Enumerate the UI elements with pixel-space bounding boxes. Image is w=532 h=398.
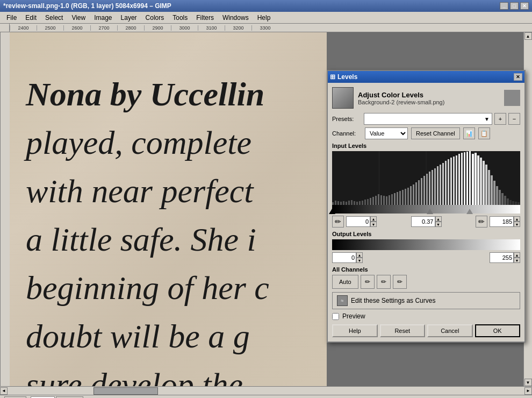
close-btn[interactable]: ✕ <box>520 2 529 10</box>
canvas-line-3: with near perfect <box>26 172 254 210</box>
h-scrollbar[interactable]: ◄ ► <box>0 386 532 395</box>
output-white-up[interactable]: ▲ <box>514 252 520 258</box>
input-gradient-bar[interactable] <box>332 205 520 214</box>
levels-titlebar[interactable]: ⊞ Levels ✕ <box>328 71 524 83</box>
output-black-up[interactable]: ▲ <box>356 252 363 258</box>
ruler-mark: 3300 <box>251 25 278 31</box>
all-channels-eyedropper-2[interactable]: ✏ <box>377 275 391 289</box>
menu-windows[interactable]: Windows <box>218 13 253 23</box>
levels-adjust-label: Adjust Color Levels <box>358 91 444 99</box>
svg-rect-62 <box>488 170 490 205</box>
menu-select[interactable]: Select <box>41 13 67 23</box>
scroll-right-btn[interactable]: ► <box>524 387 532 395</box>
presets-arrow: ▼ <box>484 116 490 122</box>
all-channels-eyedropper-3[interactable]: ✏ <box>393 275 407 289</box>
menu-tools[interactable]: Tools <box>168 13 192 23</box>
input-black-up[interactable]: ▲ <box>370 216 377 222</box>
eyedropper-black-btn[interactable]: ✏ <box>332 216 344 228</box>
thumbnail <box>332 87 354 109</box>
unit-selector[interactable]: px % mm <box>4 396 26 399</box>
scroll-down-btn[interactable]: ▼ <box>524 379 532 386</box>
input-mid-down[interactable]: ▼ <box>435 222 442 227</box>
ruler-mark: 2800 <box>117 25 144 31</box>
input-black-field[interactable] <box>346 216 370 227</box>
svg-rect-59 <box>480 158 482 205</box>
black-input-slider[interactable] <box>329 209 335 214</box>
input-mid-up[interactable]: ▲ <box>435 216 442 222</box>
levels-close-btn[interactable]: ✕ <box>514 73 522 81</box>
menu-image[interactable]: Image <box>90 13 116 23</box>
output-white-field[interactable] <box>490 252 514 263</box>
cancel-btn[interactable]: Cancel <box>427 324 473 337</box>
input-black-down[interactable]: ▼ <box>370 222 377 227</box>
zoom-box[interactable]: 100% 50% 200% <box>31 396 83 399</box>
presets-remove-btn[interactable]: − <box>508 113 520 125</box>
menu-help[interactable]: Help <box>253 13 275 23</box>
svg-rect-60 <box>483 161 485 205</box>
preview-label[interactable]: Preview <box>342 312 365 320</box>
auto-btn[interactable]: Auto <box>332 275 358 289</box>
all-channels-eyedropper-1[interactable]: ✏ <box>361 275 375 289</box>
input-mid-field[interactable] <box>411 216 435 227</box>
menu-filters[interactable]: Filters <box>192 13 218 23</box>
canvas-content[interactable]: Nona by Uccellin played, complete with n… <box>10 32 532 386</box>
output-gradient-bar[interactable]: ◁ <box>332 239 520 250</box>
input-mid-spinbox: ▲ ▼ <box>411 216 442 227</box>
svg-rect-65 <box>496 186 498 205</box>
help-btn[interactable]: Help <box>332 324 378 337</box>
menu-bar: File Edit Select View Image Layer Colors… <box>0 12 532 24</box>
unit-select[interactable]: px % mm <box>4 396 26 399</box>
input-white-down[interactable]: ▼ <box>514 222 520 227</box>
presets-row: Presets: ▼ + − <box>332 113 520 125</box>
output-black-down[interactable]: ▼ <box>356 258 363 263</box>
canvas-line-5: beginning of her c <box>26 269 269 307</box>
levels-body: Adjust Color Levels Background-2 (review… <box>328 83 524 342</box>
output-black-field[interactable] <box>332 252 356 263</box>
menu-edit[interactable]: Edit <box>21 13 41 23</box>
h-scroll-thumb[interactable] <box>94 387 158 395</box>
svg-rect-29 <box>399 191 401 205</box>
reset-channel-btn[interactable]: Reset Channel <box>411 127 460 139</box>
menu-colors[interactable]: Colors <box>141 13 169 23</box>
all-channels-label: All Channels <box>332 266 520 273</box>
svg-rect-51 <box>458 154 460 205</box>
white-input-slider[interactable] <box>466 209 473 214</box>
scroll-up-btn[interactable]: ▲ <box>524 32 532 40</box>
svg-rect-67 <box>501 193 504 205</box>
svg-rect-57 <box>475 153 477 205</box>
output-white-down[interactable]: ▼ <box>514 258 520 263</box>
input-white-up[interactable]: ▲ <box>514 216 520 222</box>
canvas-line-6: doubt will be a g <box>26 317 250 356</box>
svg-rect-43 <box>437 166 438 205</box>
levels-title-icon: ⊞ <box>330 73 335 81</box>
reset-btn[interactable]: Reset <box>380 324 426 337</box>
menu-file[interactable]: File <box>2 13 21 23</box>
maximize-btn[interactable]: □ <box>510 2 519 10</box>
presets-label: Presets: <box>332 116 362 122</box>
zoom-input[interactable] <box>31 396 55 399</box>
window-controls[interactable]: _ □ ✕ <box>500 2 529 10</box>
presets-dropdown[interactable]: ▼ <box>364 113 492 125</box>
channel-icon-1[interactable]: 📊 <box>463 127 475 139</box>
ruler-marks: 2400 2500 2600 2700 2800 2900 3000 3100 … <box>10 25 278 31</box>
ok-btn[interactable]: OK <box>475 324 521 337</box>
zoom-select[interactable]: 100% 50% 200% <box>56 396 83 399</box>
scroll-left-btn[interactable]: ◄ <box>0 387 8 395</box>
svg-rect-69 <box>507 198 509 205</box>
channel-icon-2[interactable]: 📋 <box>478 127 490 139</box>
menu-view[interactable]: View <box>67 13 90 23</box>
svg-rect-5 <box>335 201 336 205</box>
svg-rect-8 <box>343 201 344 205</box>
presets-add-btn[interactable]: + <box>494 113 506 125</box>
ruler-mark: 2400 <box>10 25 37 31</box>
svg-rect-46 <box>445 161 447 205</box>
channel-select[interactable]: Value Red Green Blue Alpha <box>365 127 408 139</box>
eyedropper-white-btn[interactable]: ✏ <box>476 216 487 228</box>
mid-input-slider[interactable] <box>427 209 433 214</box>
edit-as-curves-btn[interactable]: ≈ Edit these Settings as Curves <box>332 292 520 309</box>
preview-checkbox[interactable] <box>332 313 339 320</box>
menu-layer[interactable]: Layer <box>117 13 141 23</box>
input-white-field[interactable] <box>490 216 514 227</box>
minimize-btn[interactable]: _ <box>500 2 508 10</box>
ruler-mark: 3100 <box>198 25 225 31</box>
